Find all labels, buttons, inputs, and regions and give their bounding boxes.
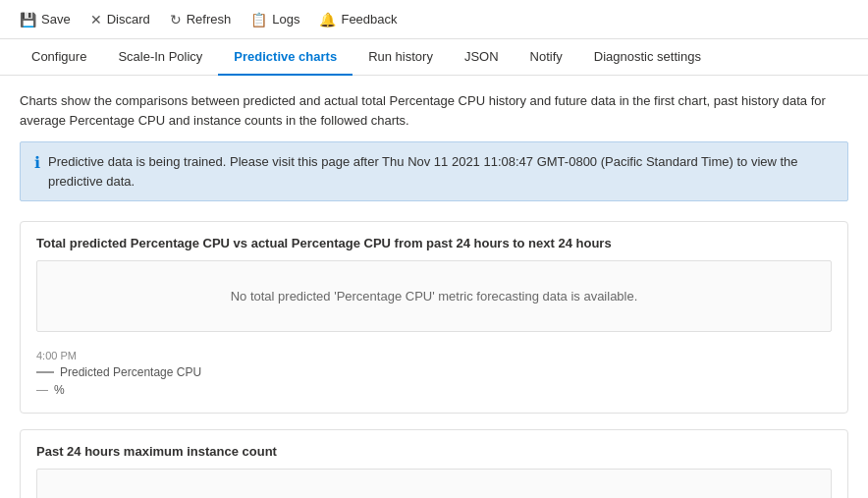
tab-diagnostic-settings[interactable]: Diagnostic settings: [578, 39, 717, 76]
feedback-icon: 🔔: [319, 12, 336, 28]
refresh-icon: ↻: [170, 12, 182, 28]
chart-1-section: Total predicted Percentage CPU vs actual…: [20, 221, 848, 414]
tab-json[interactable]: JSON: [449, 39, 515, 76]
chart-2-section: Past 24 hours maximum instance count No …: [20, 429, 848, 498]
legend-label-row: Predicted Percentage CPU: [36, 365, 832, 379]
feedback-button[interactable]: 🔔 Feedback: [311, 8, 405, 31]
chart-1-placeholder: No total predicted 'Percentage CPU' metr…: [36, 260, 832, 332]
tab-configure[interactable]: Configure: [16, 39, 102, 76]
save-button[interactable]: 💾 Save: [12, 8, 79, 31]
page-body: Charts show the comparisons between pred…: [0, 76, 868, 498]
logs-icon: 📋: [250, 12, 267, 28]
chart-1-title: Total predicted Percentage CPU vs actual…: [21, 222, 847, 260]
description-text: Charts show the comparisons between pred…: [20, 91, 848, 130]
tab-run-history[interactable]: Run history: [353, 39, 449, 76]
tab-notify[interactable]: Notify: [515, 39, 578, 76]
info-text: Predictive data is being trained. Please…: [48, 152, 834, 191]
chart-2-title: Past 24 hours maximum instance count: [21, 430, 847, 469]
chart-1-legend: 4:00 PM Predicted Percentage CPU — %: [21, 344, 847, 413]
refresh-button[interactable]: ↻ Refresh: [162, 8, 240, 31]
discard-button[interactable]: ✕ Discard: [82, 8, 158, 31]
save-icon: 💾: [20, 12, 36, 28]
chart-2-placeholder: No instance count data is available.: [36, 469, 832, 498]
tab-predictive-charts[interactable]: Predictive charts: [218, 39, 353, 76]
logs-button[interactable]: 📋 Logs: [243, 8, 307, 31]
legend-unit-row: — %: [36, 383, 832, 397]
toolbar: 💾 Save ✕ Discard ↻ Refresh 📋 Logs 🔔 Feed…: [0, 0, 868, 39]
info-icon: ℹ: [34, 153, 40, 172]
legend-line-icon: [36, 371, 54, 373]
tabs-bar: Configure Scale-In Policy Predictive cha…: [0, 39, 868, 76]
legend-time-row: 4:00 PM: [36, 350, 832, 361]
info-box: ℹ Predictive data is being trained. Plea…: [20, 141, 848, 201]
tab-scale-in-policy[interactable]: Scale-In Policy: [102, 39, 218, 76]
discard-icon: ✕: [90, 12, 102, 28]
